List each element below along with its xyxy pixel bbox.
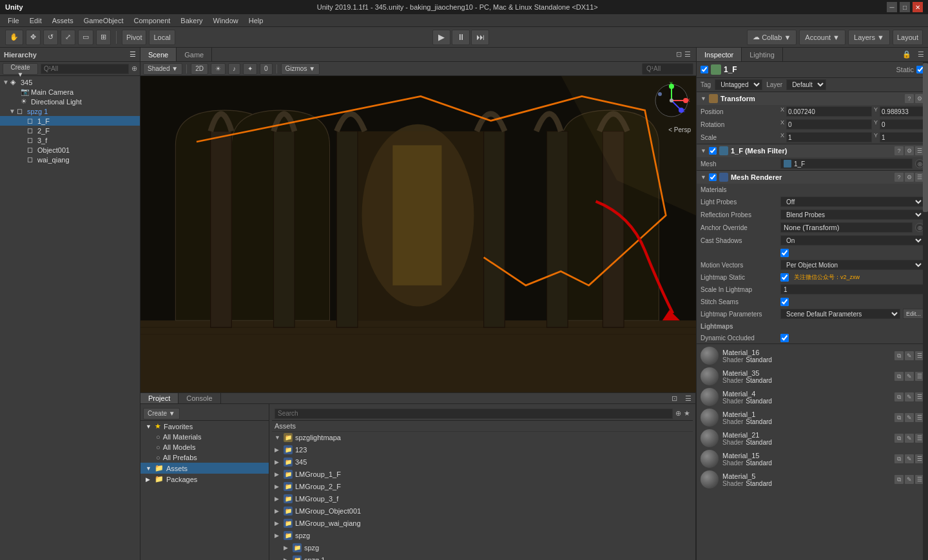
project-menu-icon[interactable]: ☰ bbox=[681, 394, 695, 403]
project-create-btn[interactable]: Create ▼ bbox=[143, 408, 180, 420]
scene-maximize-icon[interactable]: ⊡ bbox=[676, 50, 682, 59]
position-y-field[interactable] bbox=[880, 106, 928, 117]
light-probes-dropdown[interactable]: Off bbox=[780, 197, 924, 207]
sidebar-assets[interactable]: ▼ 📁 Assets bbox=[140, 463, 269, 474]
list-item[interactable]: ▶ 📁 spzg bbox=[272, 530, 693, 541]
material-copy-btn[interactable]: ⧉ bbox=[894, 475, 904, 484]
inspector-scrollbar-thumb[interactable] bbox=[923, 63, 928, 213]
mesh-filter-enabled-checkbox[interactable] bbox=[709, 147, 717, 155]
hierarchy-search-input[interactable] bbox=[41, 64, 129, 74]
inspector-menu-icon[interactable]: ☰ bbox=[914, 50, 928, 59]
menu-component[interactable]: Component bbox=[128, 15, 175, 26]
tab-scene[interactable]: Scene bbox=[140, 48, 177, 61]
lighting-toggle-btn[interactable]: ☀ bbox=[211, 63, 226, 75]
material-copy-btn[interactable]: ⧉ bbox=[894, 392, 904, 401]
lightmap-params-dropdown[interactable]: Scene Default Parameters bbox=[780, 309, 900, 319]
scale-x-field[interactable] bbox=[786, 132, 872, 142]
scale-tool-btn[interactable]: ⤢ bbox=[61, 30, 75, 45]
menu-gameobject[interactable]: GameObject bbox=[79, 15, 129, 26]
rotation-x-field[interactable] bbox=[786, 119, 872, 130]
list-item[interactable]: ▶ 📁 LMGroup_3_f bbox=[272, 493, 693, 505]
project-maximize-icon[interactable]: ⊡ bbox=[668, 394, 681, 403]
sidebar-all-materials[interactable]: ○ All Materials bbox=[140, 432, 269, 442]
effects-toggle-btn[interactable]: ✦ bbox=[243, 63, 257, 75]
account-button[interactable]: Account ▼ bbox=[799, 30, 846, 45]
hierarchy-item-object001[interactable]: ◻ Object001 bbox=[0, 145, 140, 155]
hierarchy-create-btn[interactable]: Create ▼ bbox=[3, 63, 38, 75]
hierarchy-item-2f[interactable]: ◻ 2_F bbox=[0, 126, 140, 135]
2d-toggle-btn[interactable]: 2D bbox=[191, 63, 208, 75]
layers-button[interactable]: Layers ▼ bbox=[848, 30, 890, 45]
tab-console[interactable]: Console bbox=[179, 393, 220, 403]
material-edit-btn[interactable]: ✎ bbox=[905, 392, 914, 401]
dynamic-occluded-checkbox[interactable] bbox=[780, 334, 789, 342]
tab-game[interactable]: Game bbox=[177, 48, 212, 61]
stitch-seams-checkbox[interactable] bbox=[780, 298, 789, 306]
material-edit-btn[interactable]: ✎ bbox=[905, 454, 914, 463]
hierarchy-options-icon[interactable]: ⊕ bbox=[131, 64, 137, 73]
material-edit-btn[interactable]: ✎ bbox=[905, 351, 914, 360]
mesh-renderer-enabled-checkbox[interactable] bbox=[709, 173, 717, 181]
lightmap-static-checkbox[interactable] bbox=[780, 273, 789, 282]
move-tool-btn[interactable]: ✥ bbox=[26, 30, 41, 45]
play-button[interactable]: ▶ bbox=[432, 30, 450, 45]
mesh-renderer-header[interactable]: ▼ Mesh Renderer ? ⚙ ☰ bbox=[697, 171, 928, 184]
project-search-input[interactable] bbox=[275, 409, 673, 419]
menu-window[interactable]: Window bbox=[208, 15, 244, 26]
scale-in-lightmap-field[interactable] bbox=[780, 284, 924, 294]
lightmap-params-edit-btn[interactable]: Edit... bbox=[903, 309, 924, 319]
cast-shadows-dropdown[interactable]: On bbox=[780, 235, 924, 246]
scene-gizmo[interactable]: Y X Z bbox=[652, 81, 691, 120]
transform-tool-btn[interactable]: ⊞ bbox=[96, 30, 111, 45]
material-copy-btn[interactable]: ⧉ bbox=[894, 434, 904, 443]
material-copy-btn[interactable]: ⧉ bbox=[894, 454, 904, 463]
rotation-y-field[interactable] bbox=[880, 119, 928, 130]
material-edit-btn[interactable]: ✎ bbox=[905, 372, 914, 381]
rotate-tool-btn[interactable]: ↺ bbox=[43, 30, 58, 45]
receive-shadows-checkbox[interactable] bbox=[780, 249, 789, 257]
tab-inspector[interactable]: Inspector bbox=[697, 48, 742, 61]
scene-stats-btn[interactable]: 0 bbox=[260, 63, 273, 75]
collab-button[interactable]: ☁ Collab ▼ bbox=[747, 30, 797, 45]
hierarchy-menu-icon[interactable]: ☰ bbox=[130, 50, 136, 59]
close-button[interactable]: ✕ bbox=[913, 2, 923, 12]
scene-viewport[interactable]: Y X Z < Persp bbox=[140, 76, 696, 392]
sidebar-all-models[interactable]: ○ All Models bbox=[140, 442, 269, 452]
list-item[interactable]: ▶ 📁 spzg 1 bbox=[272, 554, 693, 560]
material-copy-btn[interactable]: ⧉ bbox=[894, 351, 904, 360]
hierarchy-item-3f[interactable]: ◻ 3_f bbox=[0, 135, 140, 145]
menu-edit[interactable]: Edit bbox=[24, 15, 47, 26]
menu-assets[interactable]: Assets bbox=[47, 15, 79, 26]
mesh-renderer-settings-btn[interactable]: ⚙ bbox=[905, 173, 914, 182]
tab-lighting[interactable]: Lighting bbox=[742, 48, 783, 61]
scene-search-input[interactable] bbox=[642, 63, 693, 75]
list-item[interactable]: ▶ 📁 345 bbox=[272, 456, 693, 468]
position-x-field[interactable] bbox=[786, 106, 872, 117]
local-btn[interactable]: Local bbox=[149, 30, 175, 45]
hierarchy-item-dirlight[interactable]: ☀ Directional Light bbox=[0, 97, 140, 106]
maximize-button[interactable]: □ bbox=[900, 2, 910, 12]
list-item[interactable]: ▶ 📁 LMGroup_1_F bbox=[272, 468, 693, 480]
material-edit-btn[interactable]: ✎ bbox=[905, 413, 914, 422]
mesh-filter-help-btn[interactable]: ? bbox=[894, 146, 904, 155]
material-edit-btn[interactable]: ✎ bbox=[905, 475, 914, 484]
mesh-filter-settings-btn[interactable]: ⚙ bbox=[905, 146, 914, 155]
list-item[interactable]: ▼ 📁 spzglightmapa bbox=[272, 432, 693, 443]
scene-menu-icon[interactable]: ☰ bbox=[684, 50, 691, 59]
tab-project[interactable]: Project bbox=[140, 393, 179, 403]
mesh-filter-header[interactable]: ▼ 1_F (Mesh Filter) ? ⚙ ☰ bbox=[697, 144, 928, 157]
hierarchy-item-345[interactable]: ▼ ◈ 345 bbox=[0, 77, 140, 87]
pause-button[interactable]: ⏸ bbox=[452, 30, 470, 45]
list-item[interactable]: ▶ 📁 LMGroup_wai_qiang bbox=[272, 517, 693, 529]
layout-button[interactable]: Layout bbox=[893, 30, 923, 45]
list-item[interactable]: ▶ 📁 123 bbox=[272, 444, 693, 456]
mesh-renderer-help-btn[interactable]: ? bbox=[894, 173, 904, 182]
object-enabled-checkbox[interactable] bbox=[701, 66, 708, 73]
material-copy-btn[interactable]: ⧉ bbox=[894, 372, 904, 381]
scale-y-field[interactable] bbox=[880, 132, 928, 142]
sidebar-favorites[interactable]: ▼ ★ Favorites bbox=[140, 421, 269, 432]
minimize-button[interactable]: ─ bbox=[887, 2, 897, 12]
hierarchy-item-1f[interactable]: ◻ 1_F bbox=[0, 116, 140, 126]
material-copy-btn[interactable]: ⧉ bbox=[894, 413, 904, 422]
rect-tool-btn[interactable]: ▭ bbox=[78, 30, 93, 45]
